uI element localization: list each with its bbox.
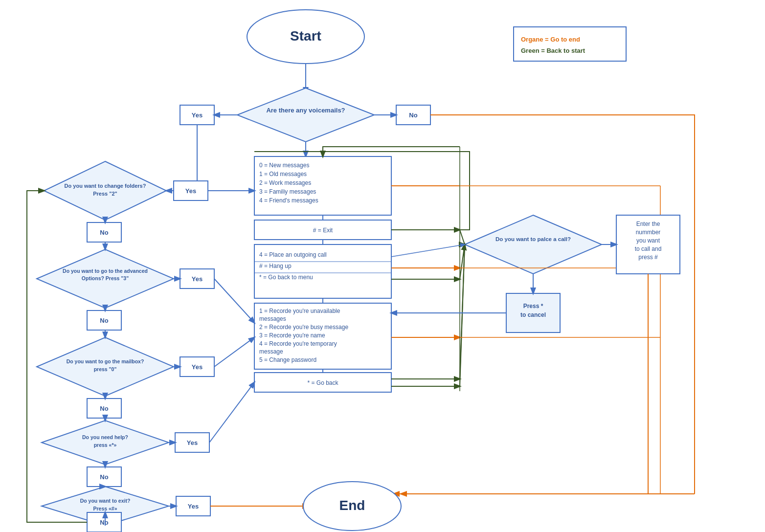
svg-text:0 = New messages: 0 = New messages xyxy=(259,162,309,169)
svg-text:4 = Place an outgoing call: 4 = Place an outgoing call xyxy=(259,251,327,258)
flowchart: Start Are there any voicemails? Yes No 0… xyxy=(0,0,765,532)
svg-text:# = Hang up: # = Hang up xyxy=(259,263,292,269)
svg-text:Yes: Yes xyxy=(192,111,202,119)
svg-text:No: No xyxy=(100,317,108,324)
svg-text:5 = Change password: 5 = Change password xyxy=(259,356,316,363)
svg-text:Press «#»: Press «#» xyxy=(93,506,117,511)
svg-text:nummber: nummber xyxy=(636,229,661,236)
svg-text:No: No xyxy=(100,473,108,481)
svg-text:3 = Familiy messages: 3 = Familiy messages xyxy=(259,188,316,195)
svg-text:Do you want to go to the advan: Do you want to go to the advanced xyxy=(63,268,148,274)
svg-text:Options? Press "3": Options? Press "3" xyxy=(82,275,129,281)
svg-text:Enter the: Enter the xyxy=(636,221,660,227)
svg-line-112 xyxy=(460,244,465,386)
svg-text:1 = Recorde you're unavailable: 1 = Recorde you're unavailable xyxy=(259,308,340,314)
svg-text:3 = Recorde you're name: 3 = Recorde you're name xyxy=(259,332,325,339)
svg-text:* = Go back to menu: * = Go back to menu xyxy=(259,274,313,281)
svg-text:message: message xyxy=(259,348,283,355)
svg-text:No: No xyxy=(100,519,108,526)
svg-text:Yes: Yes xyxy=(192,275,202,283)
svg-text:to cancel: to cancel xyxy=(520,311,546,318)
svg-line-136 xyxy=(391,244,465,257)
svg-text:Do you want to exit?: Do you want to exit? xyxy=(80,498,131,504)
svg-text:Press *: Press * xyxy=(523,303,543,310)
svg-text:press #: press # xyxy=(638,254,658,261)
svg-text:No: No xyxy=(100,229,108,236)
svg-text:No: No xyxy=(409,111,417,119)
svg-marker-3 xyxy=(237,88,374,142)
svg-text:4 = Recorde you're temporary: 4 = Recorde you're temporary xyxy=(259,340,337,347)
svg-text:2 = Work messages: 2 = Work messages xyxy=(259,179,311,186)
svg-text:Do you want to change folders?: Do you want to change folders? xyxy=(65,183,146,189)
svg-rect-133 xyxy=(514,27,626,61)
svg-text:Do you need help?: Do you need help? xyxy=(82,434,128,440)
svg-text:* = Go back: * = Go back xyxy=(307,379,338,386)
svg-text:Do you want to palce a call?: Do you want to palce a call? xyxy=(495,236,571,242)
svg-text:Yes: Yes xyxy=(188,503,199,510)
svg-text:Are there any voicemails?: Are there any voicemails? xyxy=(266,107,345,114)
svg-text:press "0": press "0" xyxy=(94,366,117,372)
svg-text:1 = Old messages: 1 = Old messages xyxy=(259,171,307,177)
svg-text:to call and: to call and xyxy=(635,245,662,252)
flowchart-svg: Start Are there any voicemails? Yes No 0… xyxy=(0,0,765,532)
svg-text:Start: Start xyxy=(290,28,321,44)
svg-text:Yes: Yes xyxy=(192,363,202,371)
svg-text:Do you want to go the mailbox?: Do you want to go the mailbox? xyxy=(67,358,144,364)
svg-line-67 xyxy=(214,279,254,323)
svg-marker-107 xyxy=(465,215,602,274)
svg-line-89 xyxy=(209,382,254,443)
svg-text:Press "2": Press "2" xyxy=(93,191,117,197)
svg-text:No: No xyxy=(100,405,108,412)
svg-line-109 xyxy=(460,230,465,244)
svg-text:press «*»: press «*» xyxy=(94,442,117,448)
svg-text:Organe = Go to end: Organe = Go to end xyxy=(521,36,580,43)
svg-text:Green = Back to start: Green = Back to start xyxy=(521,47,585,54)
svg-text:# = Exit: # = Exit xyxy=(313,227,333,234)
svg-text:End: End xyxy=(339,498,365,513)
svg-line-78 xyxy=(214,337,254,367)
svg-text:messages: messages xyxy=(259,315,286,322)
svg-text:2 = Recorde you're busy messag: 2 = Recorde you're busy message xyxy=(259,324,348,331)
svg-text:Yes: Yes xyxy=(185,187,196,195)
svg-text:4 = Friend's messages: 4 = Friend's messages xyxy=(259,197,318,204)
svg-text:you want: you want xyxy=(636,237,660,244)
svg-text:Yes: Yes xyxy=(187,439,198,446)
